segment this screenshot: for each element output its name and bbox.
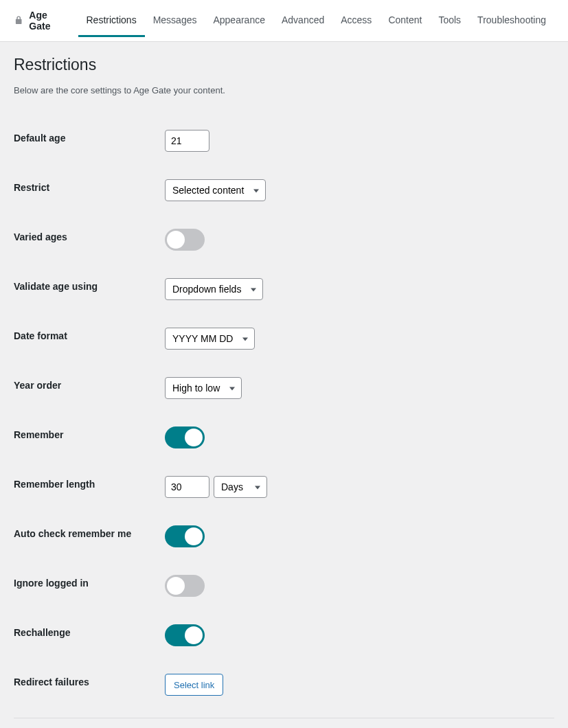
tab-tools[interactable]: Tools — [430, 5, 469, 37]
label-redirect-failures: Redirect failures — [14, 674, 165, 687]
row-ignore-logged-in: Ignore logged in — [14, 561, 554, 611]
label-varied-ages: Varied ages — [14, 229, 165, 242]
tab-messages[interactable]: Messages — [145, 5, 205, 37]
label-default-age: Default age — [14, 130, 165, 144]
tab-appearance[interactable]: Appearance — [205, 5, 273, 37]
tab-navigation: Age Gate Restrictions Messages Appearanc… — [0, 0, 568, 42]
remember-length-input[interactable] — [165, 476, 209, 498]
row-varied-ages: Varied ages — [14, 215, 554, 264]
tab-access[interactable]: Access — [332, 5, 380, 37]
label-remember: Remember — [14, 426, 165, 440]
label-auto-check-remember: Auto check remember me — [14, 525, 165, 539]
ignore-logged-in-toggle[interactable] — [165, 575, 205, 597]
validate-age-using-select[interactable]: Dropdown fields — [165, 278, 263, 300]
toggle-knob — [185, 626, 203, 644]
row-auto-check-remember: Auto check remember me — [14, 512, 554, 561]
tab-content[interactable]: Content — [380, 5, 430, 37]
row-validate-age-using: Validate age using Dropdown fields — [14, 264, 554, 314]
plugin-title: Age Gate — [29, 0, 67, 41]
toggle-knob — [185, 429, 203, 446]
tab-troubleshooting[interactable]: Troubleshooting — [469, 5, 554, 37]
toggle-knob — [167, 231, 185, 249]
year-order-select[interactable]: High to low — [165, 377, 242, 399]
row-rechallenge: Rechallenge — [14, 611, 554, 660]
row-remember-length: Remember length Days — [14, 462, 554, 512]
row-date-format: Date format YYYY MM DD — [14, 314, 554, 363]
row-default-age: Default age — [14, 116, 554, 166]
label-validate-age-using: Validate age using — [14, 278, 165, 292]
label-year-order: Year order — [14, 377, 165, 391]
auto-check-remember-toggle[interactable] — [165, 525, 205, 547]
row-remember: Remember — [14, 413, 554, 462]
label-ignore-logged-in: Ignore logged in — [14, 575, 165, 589]
label-date-format: Date format — [14, 328, 165, 341]
select-link-button[interactable]: Select link — [165, 674, 223, 696]
label-restrict: Restrict — [14, 179, 165, 193]
remember-length-unit-select[interactable]: Days — [214, 476, 267, 498]
row-redirect-failures: Redirect failures Select link — [14, 660, 554, 709]
page-description: Below are the core settings to Age Gate … — [14, 85, 554, 95]
tab-advanced[interactable]: Advanced — [273, 5, 332, 37]
label-rechallenge: Rechallenge — [14, 624, 165, 638]
row-restrict: Restrict Selected content — [14, 166, 554, 215]
page-title: Restrictions — [14, 56, 554, 74]
default-age-input[interactable] — [165, 130, 209, 152]
date-format-select[interactable]: YYYY MM DD — [165, 328, 255, 350]
tab-restrictions[interactable]: Restrictions — [78, 5, 145, 37]
divider — [14, 718, 554, 718]
row-year-order: Year order High to low — [14, 363, 554, 413]
remember-toggle[interactable] — [165, 426, 205, 448]
toggle-knob — [185, 527, 203, 545]
content-area: Restrictions Below are the core settings… — [0, 42, 568, 728]
label-remember-length: Remember length — [14, 476, 165, 490]
rechallenge-toggle[interactable] — [165, 624, 205, 646]
toggle-knob — [167, 577, 185, 595]
restrict-select[interactable]: Selected content — [165, 179, 266, 201]
varied-ages-toggle[interactable] — [165, 229, 205, 251]
lock-icon — [14, 15, 23, 26]
